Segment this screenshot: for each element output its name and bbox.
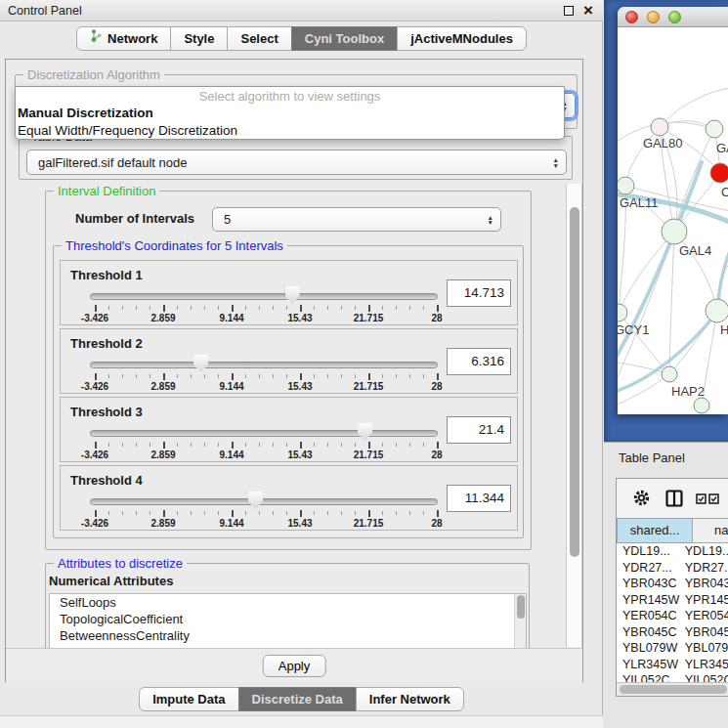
threshold-value-field[interactable]: 6.316 bbox=[447, 348, 511, 375]
slider-track[interactable] bbox=[90, 430, 438, 437]
tick-mark bbox=[382, 374, 383, 378]
attribute-item-topologicalcoefficient[interactable]: TopologicalCoefficient bbox=[50, 611, 526, 627]
tick-mark bbox=[327, 443, 328, 447]
tick-mark bbox=[122, 374, 123, 378]
threshold-value-field[interactable]: 11.344 bbox=[447, 485, 511, 512]
scrollbar-thumb[interactable] bbox=[517, 595, 525, 619]
attribute-item-betweennesscentrality[interactable]: BetweennessCentrality bbox=[50, 627, 526, 644]
close-traffic-light-icon[interactable] bbox=[625, 11, 638, 23]
table-row[interactable]: YDL19...YDL19... bbox=[617, 543, 728, 560]
network-node-gcy1[interactable] bbox=[618, 304, 627, 321]
scrollbar-thumb[interactable] bbox=[620, 685, 727, 694]
minimize-traffic-light-icon[interactable] bbox=[647, 11, 660, 23]
algorithm-option-equal-width-frequency-discretization[interactable]: Equal Width/Frequency Discretization bbox=[16, 122, 564, 140]
table-row[interactable]: YBL079WYBL079W bbox=[617, 640, 728, 657]
network-node-ga[interactable] bbox=[706, 120, 723, 138]
table-row[interactable]: YIL052CYIL052C bbox=[617, 672, 728, 682]
slider-thumb[interactable] bbox=[248, 492, 263, 509]
tick-mark bbox=[218, 443, 219, 447]
slider-track[interactable] bbox=[90, 362, 438, 368]
network-window-titlebar bbox=[618, 7, 728, 27]
slider-track[interactable] bbox=[90, 293, 438, 300]
tab-style[interactable]: Style bbox=[170, 26, 228, 51]
table-horizontal-scrollbar[interactable] bbox=[617, 682, 728, 696]
numerical-attributes-label: Numerical Attributes bbox=[49, 574, 173, 588]
control-panel-window: Control Panel × NetworkStyleSelectCyni T… bbox=[0, 0, 603, 728]
tab-label: Infer Network bbox=[369, 688, 450, 710]
checkbox-icon[interactable] bbox=[708, 493, 719, 504]
network-node-h[interactable] bbox=[706, 299, 728, 322]
tick-label: 28 bbox=[431, 450, 442, 460]
table-panel-region: Table Panel shared...name YDL19...YDL19.… bbox=[604, 442, 728, 728]
table-row[interactable]: YER054CYER054C bbox=[617, 608, 728, 624]
table-row[interactable]: YPR145WYPR145W bbox=[617, 592, 728, 609]
tab-discretize-data[interactable]: Discretize Data bbox=[238, 687, 357, 711]
network-node-gal11[interactable] bbox=[618, 177, 634, 194]
tick-mark bbox=[150, 511, 150, 515]
tick-mark bbox=[95, 373, 97, 380]
tick-label: 28 bbox=[431, 381, 442, 392]
attributes-to-discretize-group: Attributes to discretize Numerical Attri… bbox=[45, 563, 530, 648]
network-node[interactable] bbox=[694, 398, 709, 413]
tick-mark bbox=[108, 306, 109, 310]
network-node-hap2[interactable] bbox=[662, 366, 677, 382]
split-columns-icon[interactable] bbox=[665, 490, 683, 507]
tick-mark bbox=[108, 374, 109, 378]
table-data-dropdown[interactable]: galFiltered.sif default node ▲▼ bbox=[26, 150, 567, 175]
number-of-intervals-spinner[interactable]: 5 ▲▼ bbox=[212, 207, 501, 232]
column-header-name[interactable]: name bbox=[692, 518, 728, 543]
tick-mark bbox=[314, 306, 315, 310]
tab-infer-network[interactable]: Infer Network bbox=[356, 687, 464, 711]
tab-cyni-toolbox[interactable]: Cyni Toolbox bbox=[291, 26, 398, 51]
scrollbar-thumb[interactable] bbox=[570, 207, 579, 557]
network-canvas[interactable]: GAL80GACGAL11GAL4GCY1HHAP2 bbox=[618, 27, 728, 414]
tick-mark bbox=[286, 443, 287, 447]
slider-track[interactable] bbox=[90, 498, 438, 505]
tick-mark bbox=[409, 306, 410, 310]
network-node-c[interactable] bbox=[710, 163, 728, 183]
table-row[interactable]: YDR27...YDR27... bbox=[617, 560, 728, 577]
tab-impute-data[interactable]: Impute Data bbox=[139, 687, 238, 711]
table-row[interactable]: YBR043CYBR043C bbox=[617, 576, 728, 592]
checkbox-icon[interactable] bbox=[696, 493, 707, 504]
tick-label: 9.144 bbox=[219, 518, 243, 529]
tick-label: 28 bbox=[431, 313, 442, 323]
close-icon[interactable]: × bbox=[583, 1, 593, 21]
threshold-label: Threshold 4 bbox=[70, 473, 143, 488]
panel-scrollbar[interactable] bbox=[566, 184, 582, 647]
list-scrollbar[interactable] bbox=[514, 594, 526, 648]
tick-mark bbox=[245, 374, 246, 378]
column-header-shared[interactable]: shared... bbox=[617, 518, 693, 543]
slider-thumb[interactable] bbox=[358, 423, 372, 441]
tick-mark bbox=[177, 443, 178, 447]
slider: -3.4262.8599.14415.4321.71528 bbox=[84, 421, 444, 460]
threshold-value-field[interactable]: 14.713 bbox=[447, 279, 511, 307]
tick-mark bbox=[191, 306, 192, 310]
network-edge[interactable] bbox=[669, 232, 674, 374]
slider: -3.4262.8599.14415.4321.71528 bbox=[84, 490, 444, 529]
tab-select[interactable]: Select bbox=[227, 26, 291, 51]
threshold-value-field[interactable]: 21.4 bbox=[447, 416, 511, 444]
slider-thumb[interactable] bbox=[285, 286, 300, 304]
tick-mark bbox=[300, 373, 302, 380]
gear-icon[interactable] bbox=[633, 490, 650, 506]
tick-mark bbox=[136, 511, 137, 515]
tick-mark bbox=[423, 443, 424, 447]
apply-button[interactable]: Apply bbox=[263, 655, 326, 677]
tab-network[interactable]: Network bbox=[76, 26, 171, 51]
float-window-icon[interactable] bbox=[564, 6, 574, 16]
table-row[interactable]: YBR045CYBR045C bbox=[617, 624, 728, 641]
zoom-traffic-light-icon[interactable] bbox=[668, 11, 681, 23]
tick-label: 15.43 bbox=[287, 518, 312, 529]
algorithm-option-manual-discretization[interactable]: Manual Discretization bbox=[16, 105, 564, 122]
number-of-intervals-label: Number of Intervals bbox=[75, 211, 194, 226]
attribute-item-selfloops[interactable]: SelfLoops bbox=[50, 594, 526, 611]
tick-mark bbox=[286, 374, 287, 378]
network-node-gal80[interactable] bbox=[651, 118, 668, 136]
tick-mark bbox=[423, 374, 424, 378]
tab-jactivemnodules[interactable]: jActiveMNodules bbox=[397, 26, 527, 51]
tick-mark bbox=[122, 443, 123, 447]
slider-thumb[interactable] bbox=[193, 355, 208, 372]
table-row[interactable]: YLR345WYLR345W bbox=[617, 657, 728, 673]
network-node-gal4[interactable] bbox=[662, 219, 687, 244]
